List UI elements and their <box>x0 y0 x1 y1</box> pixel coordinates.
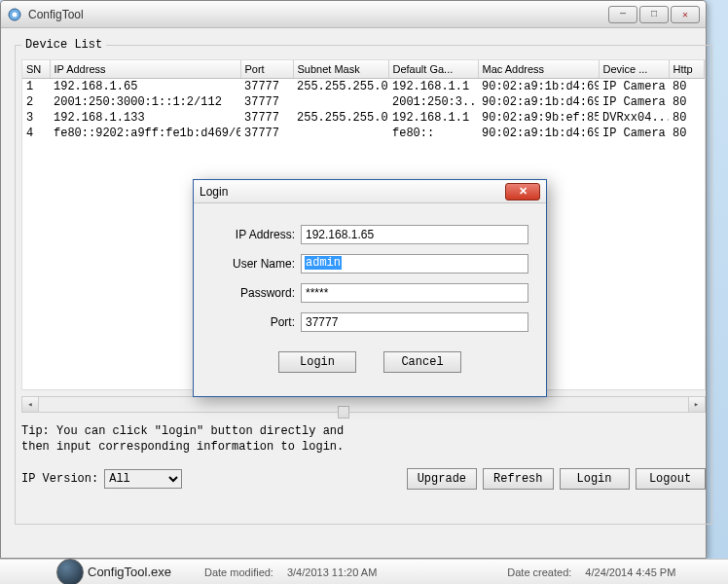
cell-mac: 90:02:a9:9b:ef:85 <box>478 110 599 126</box>
cell-ip: fe80::9202:a9ff:fe1b:d469/64 <box>50 126 240 141</box>
minimize-button[interactable]: ─ <box>608 6 637 23</box>
login-dialog-buttons: Login Cancel <box>194 351 546 373</box>
tip-line-2: then input corresponding information to … <box>21 440 706 456</box>
cell-ip: 192.168.1.133 <box>50 110 240 126</box>
device-table: SN IP Address Port Subnet Mask Default G… <box>22 60 705 141</box>
table-header-row: SN IP Address Port Subnet Mask Default G… <box>22 60 704 79</box>
login-close-button[interactable]: ✕ <box>505 183 540 201</box>
login-button[interactable]: Login <box>560 468 630 490</box>
password-input[interactable] <box>301 283 528 303</box>
dialog-login-button[interactable]: Login <box>278 351 356 373</box>
login-dialog: Login ✕ IP Address: User Name: admin Pas… <box>193 179 547 397</box>
refresh-button[interactable]: Refresh <box>483 468 553 490</box>
col-gateway[interactable]: Default Ga... <box>388 60 478 79</box>
tip-text: Tip: You can click "login" button direct… <box>21 424 706 455</box>
table-row[interactable]: 3192.168.1.13337777255.255.255.0192.168.… <box>22 110 704 126</box>
maximize-button[interactable]: □ <box>639 6 669 23</box>
cell-device: IP Camera <box>599 79 669 95</box>
cell-http: 80 <box>669 79 704 95</box>
app-icon <box>7 7 22 22</box>
cell-http: 80 <box>669 110 704 126</box>
ip-address-input[interactable] <box>301 225 528 244</box>
logout-button[interactable]: Logout <box>636 468 706 490</box>
date-modified-value: 3/4/2013 11:20 AM <box>287 566 377 578</box>
date-created-value: 4/24/2014 4:45 PM <box>585 566 675 578</box>
scroll-right-button[interactable]: ▸ <box>688 397 705 412</box>
svg-point-1 <box>13 12 18 17</box>
explorer-details-strip: ConfigTool.exe Date modified: 3/4/2013 1… <box>0 559 728 584</box>
cell-port: 37777 <box>240 79 293 95</box>
cell-http: 80 <box>669 126 704 141</box>
ip-address-label: IP Address: <box>194 228 295 241</box>
password-label: Password: <box>194 286 295 300</box>
login-titlebar[interactable]: Login ✕ <box>194 180 546 203</box>
username-input[interactable]: admin <box>301 254 528 274</box>
horizontal-scrollbar[interactable]: ◂ ▸ <box>21 396 706 413</box>
titlebar[interactable]: ConfigTool ─ □ ✕ <box>1 1 706 28</box>
scrollbar-thumb[interactable] <box>338 406 349 419</box>
window-title: ConfigTool <box>28 8 608 21</box>
filename: ConfigTool.exe <box>88 565 171 579</box>
date-created-label: Date created: <box>507 566 571 578</box>
table-row[interactable]: 22001:250:3000:1::1:2/112377772001:250:3… <box>22 94 704 110</box>
username-label: User Name: <box>194 257 295 271</box>
exe-file-icon <box>56 559 84 584</box>
window-close-button[interactable]: ✕ <box>671 6 700 23</box>
col-device[interactable]: Device ... <box>599 60 669 79</box>
cell-ip: 2001:250:3000:1::1:2/112 <box>50 94 240 110</box>
cell-sn: 2 <box>22 94 50 110</box>
cell-mac: 90:02:a9:1b:d4:69 <box>478 126 599 141</box>
cell-device: DVRxx04... <box>599 110 669 126</box>
col-subnet[interactable]: Subnet Mask <box>293 60 388 79</box>
port-input[interactable] <box>301 312 528 332</box>
cell-ip: 192.168.1.65 <box>50 79 240 95</box>
ip-version-select[interactable]: All <box>104 469 182 489</box>
cell-subnet <box>293 126 388 141</box>
cell-sn: 3 <box>22 110 50 126</box>
upgrade-button[interactable]: Upgrade <box>407 468 477 490</box>
col-mac[interactable]: Mac Address <box>478 60 599 79</box>
cell-gateway: 192.168.1.1 <box>388 110 478 126</box>
cell-sn: 1 <box>22 79 50 95</box>
cell-http: 80 <box>669 94 704 110</box>
tip-line-1: Tip: You can click "login" button direct… <box>21 424 706 440</box>
scroll-left-button[interactable]: ◂ <box>22 397 39 412</box>
cell-device: IP Camera <box>599 126 669 141</box>
table-row[interactable]: 4fe80::9202:a9ff:fe1b:d469/6437777fe80::… <box>22 126 704 141</box>
cell-sn: 4 <box>22 126 50 141</box>
cell-device: IP Camera <box>599 94 669 110</box>
bottom-row: IP Version: All Upgrade Refresh Login Lo… <box>21 468 706 490</box>
cell-port: 37777 <box>240 110 293 126</box>
col-http[interactable]: Http <box>669 60 704 79</box>
cell-port: 37777 <box>240 126 293 141</box>
ip-version-label: IP Version: <box>21 472 98 486</box>
login-dialog-title: Login <box>200 185 505 199</box>
cell-port: 37777 <box>240 94 293 110</box>
col-ip[interactable]: IP Address <box>50 60 240 79</box>
device-list-legend: Device List <box>21 38 106 52</box>
cell-gateway: 2001:250:3... <box>388 94 478 110</box>
col-port[interactable]: Port <box>240 60 293 79</box>
dialog-cancel-button[interactable]: Cancel <box>383 351 461 373</box>
table-row[interactable]: 1192.168.1.6537777255.255.255.0192.168.1… <box>22 79 704 95</box>
window-controls: ─ □ ✕ <box>608 6 700 23</box>
login-body: IP Address: User Name: admin Password: P… <box>194 203 546 373</box>
cell-subnet: 255.255.255.0 <box>293 79 388 95</box>
cell-gateway: 192.168.1.1 <box>388 79 478 95</box>
col-sn[interactable]: SN <box>22 60 50 79</box>
date-modified-label: Date modified: <box>204 566 273 578</box>
port-label: Port: <box>194 315 295 329</box>
cell-mac: 90:02:a9:1b:d4:69 <box>478 94 599 110</box>
cell-gateway: fe80:: <box>388 126 478 141</box>
cell-mac: 90:02:a9:1b:d4:69 <box>478 79 599 95</box>
cell-subnet <box>293 94 388 110</box>
cell-subnet: 255.255.255.0 <box>293 110 388 126</box>
